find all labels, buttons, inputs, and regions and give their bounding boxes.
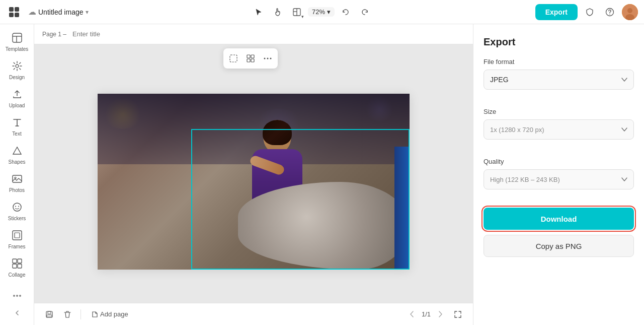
title-area: ☁ Untitled image ▾ xyxy=(28,7,89,17)
templates-label: Templates xyxy=(6,46,29,52)
undo-button[interactable] xyxy=(338,4,354,20)
main-layout: Templates Design Upload xyxy=(0,24,644,325)
file-format-label: File format xyxy=(484,58,634,66)
svg-rect-33 xyxy=(247,59,250,62)
quality-label: Quality xyxy=(484,158,634,165)
canvas-topbar: Page 1 – xyxy=(34,24,473,44)
size-selector[interactable]: 1x (1280 x 720 px) xyxy=(484,119,634,140)
svg-rect-38 xyxy=(46,311,52,317)
svg-point-19 xyxy=(15,206,16,207)
topbar-center-tools: ▾ 72% ▾ xyxy=(93,4,531,20)
svg-point-37 xyxy=(270,58,272,59)
stickers-icon xyxy=(12,202,23,214)
size-label: Size xyxy=(484,108,634,115)
sidebar-item-text[interactable]: Text xyxy=(2,113,32,141)
sidebar-item-frames[interactable]: Frames xyxy=(2,226,32,254)
save-to-device-button[interactable] xyxy=(42,307,56,321)
photos-label: Photos xyxy=(9,187,25,193)
design-icon xyxy=(12,60,23,73)
sidebar-more-button[interactable] xyxy=(2,287,32,305)
sidebar-item-shapes[interactable]: Shapes xyxy=(2,141,32,169)
svg-point-27 xyxy=(13,295,15,297)
text-label: Text xyxy=(12,131,21,137)
sidebar: Templates Design Upload xyxy=(0,24,34,325)
redo-button[interactable] xyxy=(357,4,373,20)
svg-point-20 xyxy=(18,206,19,207)
fullscreen-button[interactable] xyxy=(451,307,465,321)
add-page-button[interactable]: Add page xyxy=(87,308,132,320)
svg-point-29 xyxy=(19,295,21,297)
canvas-floating-toolbar xyxy=(223,48,278,69)
svg-rect-16 xyxy=(13,175,22,182)
svg-rect-23 xyxy=(13,259,17,263)
sidebar-item-templates[interactable]: Templates xyxy=(2,28,32,56)
canvas-page xyxy=(98,94,410,270)
svg-point-8 xyxy=(609,14,610,15)
shield-button[interactable] xyxy=(582,4,598,20)
file-format-selector[interactable]: JPEG xyxy=(484,70,634,90)
shapes-label: Shapes xyxy=(9,159,26,165)
delete-page-button[interactable] xyxy=(60,307,74,321)
svg-rect-30 xyxy=(230,55,237,62)
pointer-tool-button[interactable] xyxy=(251,4,267,20)
add-page-label: Add page xyxy=(100,310,128,318)
download-button[interactable]: Download xyxy=(484,208,634,230)
svg-rect-40 xyxy=(47,315,52,317)
svg-rect-31 xyxy=(247,55,250,58)
svg-point-28 xyxy=(16,295,18,297)
svg-rect-25 xyxy=(13,264,17,268)
size-value: 1x (1280 x 720 px) xyxy=(490,126,544,134)
next-page-button[interactable] xyxy=(435,308,447,320)
grid-mode-button[interactable] xyxy=(243,50,259,67)
size-section: Size 1x (1280 x 720 px) xyxy=(484,108,634,148)
sidebar-item-photos[interactable]: Photos xyxy=(2,169,32,198)
stickers-label: Stickers xyxy=(8,216,26,222)
svg-rect-2 xyxy=(9,13,14,17)
zoom-selector[interactable]: 72% ▾ xyxy=(308,7,335,17)
design-label: Design xyxy=(9,75,25,81)
svg-point-10 xyxy=(627,8,632,13)
app-logo[interactable] xyxy=(6,4,22,20)
quality-selector[interactable]: High (122 KB – 243 KB) xyxy=(484,169,634,189)
text-icon xyxy=(12,117,23,129)
prev-page-button[interactable] xyxy=(406,308,418,320)
sidebar-collapse-button[interactable] xyxy=(2,305,32,321)
page-counter: 1/1 xyxy=(422,310,431,318)
svg-point-15 xyxy=(16,64,19,68)
quality-section: Quality High (122 KB – 243 KB) xyxy=(484,158,634,198)
document-title: Untitled image xyxy=(38,8,84,16)
svg-rect-34 xyxy=(251,59,254,62)
file-format-value: JPEG xyxy=(490,76,509,84)
help-button[interactable] xyxy=(602,4,618,20)
sidebar-more-area xyxy=(2,287,32,321)
title-chevron-icon[interactable]: ▾ xyxy=(86,9,89,16)
quality-value: High (122 KB – 243 KB) xyxy=(490,176,560,183)
upload-icon xyxy=(12,89,23,101)
layout-tool-button[interactable]: ▾ xyxy=(289,4,305,20)
file-format-section: File format JPEG xyxy=(484,58,634,98)
collage-label: Collage xyxy=(9,272,26,278)
size-chevron-icon xyxy=(621,127,627,132)
select-mode-button[interactable] xyxy=(225,50,242,67)
sidebar-item-upload[interactable]: Upload xyxy=(2,85,32,113)
user-avatar[interactable] xyxy=(622,4,638,20)
quality-chevron-icon xyxy=(621,177,627,181)
copy-png-button[interactable]: Copy as PNG xyxy=(484,235,634,257)
hand-tool-button[interactable] xyxy=(270,4,286,20)
more-options-button[interactable] xyxy=(260,50,276,67)
svg-point-18 xyxy=(13,203,21,211)
templates-icon xyxy=(12,32,23,44)
export-button[interactable]: Export xyxy=(535,4,578,20)
svg-rect-21 xyxy=(13,231,22,240)
sidebar-item-collage[interactable]: Collage xyxy=(2,254,32,282)
frames-label: Frames xyxy=(9,244,26,250)
page-title-input[interactable] xyxy=(72,30,157,38)
bottombar-right: 1/1 xyxy=(406,307,465,321)
sidebar-item-design[interactable]: Design xyxy=(2,56,32,85)
sidebar-item-stickers[interactable]: Stickers xyxy=(2,198,32,226)
canvas-bottombar: Add page 1/1 xyxy=(34,303,473,325)
collage-icon xyxy=(12,258,23,270)
export-panel-title: Export xyxy=(484,36,634,48)
topbar: ☁ Untitled image ▾ ▾ 72% ▾ xyxy=(0,0,644,24)
svg-rect-12 xyxy=(13,33,22,42)
